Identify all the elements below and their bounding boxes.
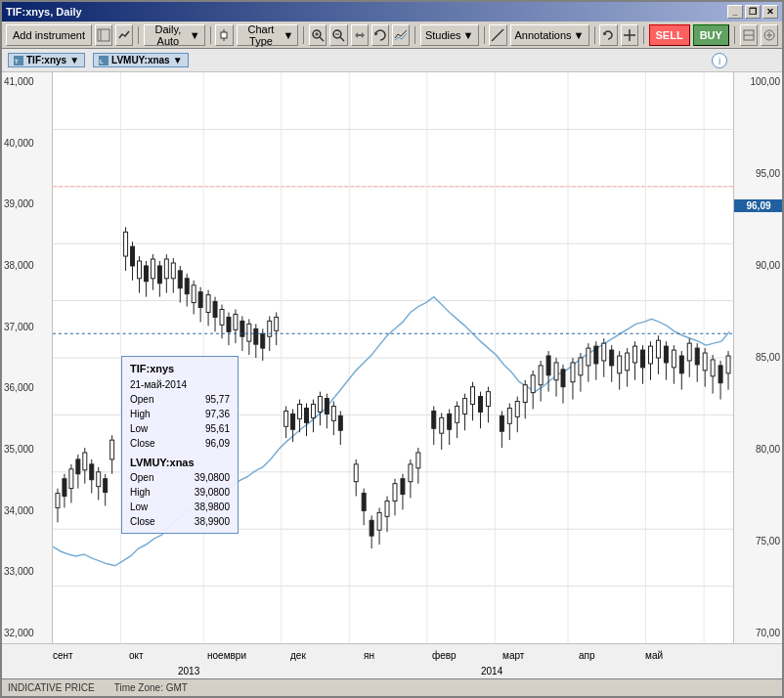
zoom-out-icon[interactable] xyxy=(329,24,347,46)
instrument1-label[interactable]: T TIF:xnys ▼ xyxy=(8,53,85,67)
extra-icon2[interactable] xyxy=(761,24,778,46)
tooltip-open-label: Open xyxy=(130,392,153,407)
lvmuy-icon: L xyxy=(99,56,109,65)
svg-rect-73 xyxy=(164,259,168,279)
tooltip-title: TIF:xnys xyxy=(130,361,230,377)
sell-button[interactable]: SELL xyxy=(649,24,690,46)
window-title: TIF:xnys, Daily xyxy=(6,6,82,18)
svg-rect-217 xyxy=(726,356,730,373)
svg-rect-43 xyxy=(56,494,60,508)
settings-icon[interactable] xyxy=(621,24,638,46)
svg-text:L: L xyxy=(100,59,104,65)
zoom-in-icon[interactable] xyxy=(309,24,327,46)
y-left-label-7: 34,000 xyxy=(4,506,50,516)
svg-rect-121 xyxy=(331,406,335,420)
tooltip-open2-label: Open xyxy=(130,470,153,485)
chart-type-arrow: ▼ xyxy=(283,29,293,41)
svg-line-9 xyxy=(340,37,344,41)
svg-rect-183 xyxy=(594,346,598,364)
extra-icon1[interactable] xyxy=(740,24,758,46)
svg-rect-161 xyxy=(507,408,511,423)
svg-rect-181 xyxy=(587,348,590,366)
toolbar-icon1[interactable] xyxy=(95,24,112,46)
svg-rect-99 xyxy=(254,328,258,344)
y-right-label-0: 100,00 xyxy=(736,77,780,87)
svg-line-11 xyxy=(492,29,503,41)
tooltip-open2-row: Open 39,0800 xyxy=(130,470,230,485)
studies-dropdown[interactable]: Studies ▼ xyxy=(420,24,479,46)
tooltip-box: TIF:xnys 21-май-2014 Open 95,77 High 97,… xyxy=(121,356,239,534)
svg-rect-105 xyxy=(275,317,279,330)
svg-rect-215 xyxy=(719,366,722,383)
y-left-label-6: 35,000 xyxy=(4,445,50,455)
chart-area: T TIF:xnys ▼ L LVMUY:xnas ▼ i 41,000 40,… xyxy=(2,49,782,678)
svg-rect-175 xyxy=(561,370,565,387)
svg-rect-151 xyxy=(463,399,467,414)
tooltip-high-row: High 97,36 xyxy=(130,407,230,421)
y-right-label-2: 90,00 xyxy=(736,261,780,271)
svg-rect-117 xyxy=(318,397,322,413)
svg-rect-67 xyxy=(144,266,148,282)
svg-rect-179 xyxy=(579,358,583,375)
sep6 xyxy=(594,26,595,44)
svg-rect-77 xyxy=(178,271,182,288)
compare-icon[interactable] xyxy=(392,24,410,46)
x-label-nov: ноември xyxy=(207,650,246,661)
annotations-dropdown[interactable]: Annotations ▼ xyxy=(510,24,589,46)
svg-rect-97 xyxy=(247,324,251,341)
candlestick-icon[interactable] xyxy=(215,24,233,46)
toolbar: Add instrument Daily, Auto ▼ Chart Type … xyxy=(2,22,782,49)
svg-rect-133 xyxy=(385,501,389,516)
svg-rect-153 xyxy=(471,387,475,405)
add-instrument-button[interactable]: Add instrument xyxy=(6,24,92,46)
y-right-label-3: 85,00 xyxy=(736,353,780,363)
annotations-label: Annotations xyxy=(515,29,572,41)
reset-icon[interactable] xyxy=(371,24,389,46)
minimize-button[interactable]: _ xyxy=(727,5,743,19)
drawing-icon[interactable] xyxy=(489,24,506,46)
pan-icon[interactable] xyxy=(351,24,369,46)
svg-line-5 xyxy=(320,37,324,41)
chart-info-button[interactable]: i xyxy=(712,53,727,68)
timeframe-dropdown[interactable]: Daily, Auto ▼ xyxy=(144,24,204,46)
toolbar-icon2[interactable] xyxy=(115,24,133,46)
refresh-icon[interactable] xyxy=(599,24,617,46)
tooltip-close2-value: 38,9900 xyxy=(195,514,230,529)
title-bar: TIF:xnys, Daily _ ❐ ✕ xyxy=(2,2,782,22)
svg-rect-75 xyxy=(171,263,175,279)
close-button[interactable]: ✕ xyxy=(762,5,778,19)
svg-rect-63 xyxy=(131,246,135,266)
instrument1-arrow: ▼ xyxy=(69,55,79,65)
svg-rect-205 xyxy=(679,356,683,373)
y-left-label-1: 40,000 xyxy=(4,139,50,149)
svg-rect-129 xyxy=(370,520,373,536)
chart-type-dropdown[interactable]: Chart Type ▼ xyxy=(237,24,299,46)
svg-rect-57 xyxy=(104,479,108,493)
sep7 xyxy=(643,26,644,44)
buy-button[interactable]: BUY xyxy=(693,24,729,46)
sep8 xyxy=(734,26,735,44)
y-left-label-9: 32,000 xyxy=(4,629,50,638)
studies-arrow: ▼ xyxy=(463,29,474,41)
svg-rect-201 xyxy=(664,346,668,363)
restore-button[interactable]: ❐ xyxy=(745,5,761,19)
indicative-price-label: INDICATIVE PRICE xyxy=(8,682,95,693)
instrument2-label[interactable]: L LVMUY:xnas ▼ xyxy=(93,53,189,67)
tooltip-close-row: Close 96,09 xyxy=(130,436,230,451)
svg-rect-0 xyxy=(98,29,109,41)
tooltip-close-label: Close xyxy=(130,436,155,451)
timeframe-label: Daily, Auto xyxy=(149,23,187,47)
x-label-oct: окт xyxy=(129,650,144,661)
tooltip-high-value: 97,36 xyxy=(205,407,230,421)
title-bar-controls: _ ❐ ✕ xyxy=(727,5,778,19)
tooltip-open-row: Open 95,77 xyxy=(130,392,230,407)
instrument2-arrow: ▼ xyxy=(173,55,183,65)
svg-rect-89 xyxy=(220,310,224,326)
chart-plot[interactable]: TIF:xnys 21-май-2014 Open 95,77 High 97,… xyxy=(53,72,733,643)
svg-rect-95 xyxy=(240,321,244,336)
tooltip-low2-row: Low 38,9800 xyxy=(130,500,230,514)
svg-rect-91 xyxy=(227,317,231,331)
svg-rect-157 xyxy=(486,392,490,407)
right-y-axis: 100,00 95,00 90,00 85,00 80,00 75,00 70,… xyxy=(733,72,782,643)
svg-rect-113 xyxy=(305,408,309,422)
